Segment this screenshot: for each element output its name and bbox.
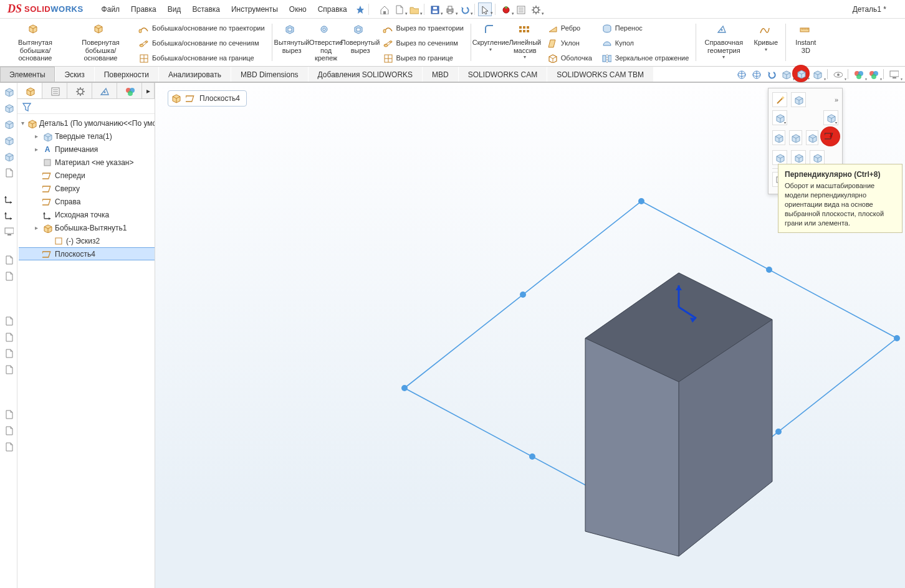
menu-insert[interactable]: Вставка [186,2,226,17]
menu-bar[interactable]: DS SOLIDWORKS Файл Правка Вид Вставка Ин… [0,0,905,19]
orient-wand-icon[interactable] [772,92,787,107]
tree-origin[interactable]: Исходная точка [19,208,155,221]
rail-btn-15[interactable] [2,363,15,376]
qat-print-icon[interactable] [443,2,456,16]
rail-btn-11[interactable] [2,270,15,282]
rail-btn-3[interactable] [2,118,15,130]
menu-window[interactable]: Окно [284,2,312,17]
orient-normal-to-icon[interactable] [823,129,838,144]
tree-sketch2[interactable]: (-) Эскиз2 [19,234,155,247]
view-hide-show-icon[interactable] [831,68,844,80]
menu-tools[interactable]: Инструменты [226,2,284,17]
cmd-instant3d[interactable]: Instant 3D [788,21,823,66]
qat-save-icon[interactable] [428,2,441,16]
menu-view[interactable]: Вид [162,2,187,17]
tab-evaluate[interactable]: Анализировать [159,67,231,82]
orient-front-icon[interactable] [772,130,785,145]
ptab-feature-tree[interactable] [17,83,42,98]
qat-open-icon[interactable] [407,2,421,16]
rail-btn-1[interactable] [2,85,15,98]
tree-annotations[interactable]: ▸AПримечания [19,143,155,156]
cmd-loft-boss[interactable]: Бобышка/основание по сечениям [136,36,267,50]
rail-btn-16[interactable] [2,408,15,420]
tree-right-plane[interactable]: Справа [19,195,155,208]
rail-btn-9[interactable] [2,225,15,237]
ptab-property[interactable] [42,83,67,98]
rail-btn-14[interactable] [2,347,15,359]
orient-more-icon[interactable]: » [835,96,838,103]
tree-root[interactable]: ▾Деталь1 (По умолчанию<<По умол [19,116,155,130]
cmd-extrude-boss[interactable]: Вытянутая бобышка/основание [2,21,68,66]
breadcrumb[interactable]: Плоскость4 [168,90,247,107]
cmd-mirror[interactable]: Зеркальное отражение [599,51,691,65]
view-display-style-icon[interactable] [811,68,823,80]
rail-btn-8[interactable] [2,209,15,221]
qat-select-icon[interactable] [478,2,492,16]
qat-home-icon[interactable] [377,2,391,16]
cmd-wrap[interactable]: Перенос [599,21,691,35]
ptab-config[interactable] [67,83,92,98]
tab-mbd-dim[interactable]: MBD Dimensions [231,67,308,82]
tree-boss-extrude[interactable]: ▸Бобышка-Вытянуть1 [19,221,155,234]
rail-btn-13[interactable] [2,331,15,343]
ptab-more[interactable]: ▸ [142,83,155,98]
cmd-ref-geometry[interactable]: Справочная геометрия ▾ [699,21,749,66]
view-appearance-icon[interactable] [852,68,864,80]
tab-swcam-tbm[interactable]: SOLIDWORKS CAM TBM [547,67,653,82]
view-scene-icon[interactable] [867,68,879,80]
tab-addins[interactable]: Добавления SOLIDWORKS [309,67,423,82]
rail-btn-2[interactable] [2,102,15,114]
orient-top-icon[interactable] [791,150,806,165]
qat-new-icon[interactable] [392,2,406,16]
qat-undo-icon[interactable] [457,2,471,16]
qat-options-icon[interactable] [514,2,527,16]
orient-view-cube-icon[interactable] [823,110,838,125]
rail-btn-7[interactable] [2,192,15,205]
tab-sketch[interactable]: Эскиз [55,67,94,82]
cmd-extrude-cut[interactable]: Вытянутый вырез [275,21,309,66]
tab-features[interactable]: Элементы [0,67,55,82]
orient-left-icon[interactable] [806,130,819,145]
cmd-fillet[interactable]: Скругление ▾ [474,21,508,66]
rail-btn-4[interactable] [2,134,15,146]
cmd-revolve-cut[interactable]: Повернутый вырез [343,21,378,66]
cmd-shell[interactable]: Оболочка [545,51,594,65]
view-prev-icon[interactable] [765,68,777,80]
ptab-dim[interactable] [92,83,117,98]
menu-file[interactable]: Файл [96,2,126,17]
menu-help[interactable]: Справка [312,2,353,17]
tree-plane4[interactable]: Плоскость4 [19,247,155,260]
cmd-revolve-boss[interactable]: Повернутая бобышка/основание [68,21,133,66]
cmd-sweep-cut[interactable]: Вырез по траектории [380,21,466,35]
tab-mbd[interactable]: MBD [423,67,458,82]
rail-btn-10[interactable] [2,254,15,266]
tree-front-plane[interactable]: Спереди [19,169,155,182]
tree-top-plane[interactable]: Сверху [19,182,155,195]
cmd-boundary-cut[interactable]: Вырез по границе [380,51,466,65]
graphics-area[interactable]: Плоскость4 [155,83,905,588]
rail-btn-6[interactable] [2,166,15,179]
cmd-draft[interactable]: Уклон [545,36,594,50]
tab-surfaces[interactable]: Поверхности [95,67,158,82]
ptab-display[interactable] [117,83,142,98]
view-settings-icon[interactable] [888,68,900,80]
rail-btn-5[interactable] [2,150,15,163]
cmd-sweep-boss[interactable]: Бобышка/основание по траектории [136,21,267,35]
cmd-loft-cut[interactable]: Вырез по сечениям [380,36,466,50]
cmd-dome[interactable]: Купол [599,36,691,50]
tree-material[interactable]: Материал <не указан> [19,156,155,169]
orient-right-icon[interactable] [772,150,787,165]
orient-back-icon[interactable] [789,130,802,145]
tab-swcam[interactable]: SOLIDWORKS CAM [459,67,547,82]
cmd-curves[interactable]: Кривые ▾ [749,21,783,66]
view-section-icon[interactable] [780,68,792,80]
cmd-rib[interactable]: Ребро [545,21,594,35]
view-orientation-icon[interactable] [795,67,807,80]
menu-pin-icon[interactable] [353,2,366,16]
tree-filter[interactable] [17,99,155,114]
cmd-hole-wizard[interactable]: Отверстие под крепеж [309,21,343,66]
orient-cube1-icon[interactable] [791,92,806,107]
rail-btn-17[interactable] [2,424,15,437]
view-zoom-fit-icon[interactable] [735,68,747,80]
tree-solids[interactable]: ▸Твердые тела(1) [19,130,155,143]
